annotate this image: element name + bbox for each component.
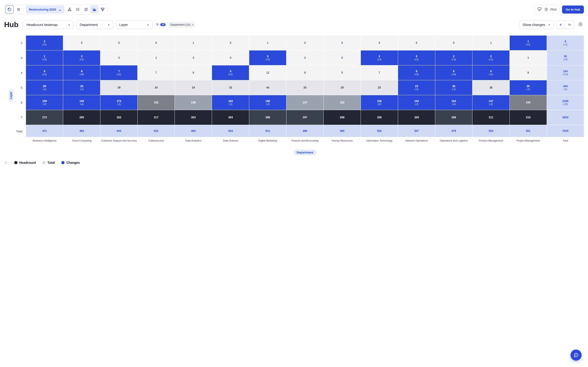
heatmap-cell[interactable]: 147 — [286, 95, 323, 110]
view-select[interactable]: Headcount heatmap — [23, 20, 73, 29]
heatmap-cell[interactable]: 8(+4) — [435, 65, 472, 80]
org-chart-icon[interactable] — [65, 5, 74, 14]
go-to-hub-button[interactable]: Go to hub — [562, 6, 584, 14]
heatmap-cell[interactable]: 23(-1) — [398, 80, 435, 95]
dimension-1-select[interactable]: Department — [76, 20, 113, 29]
heatmap-cell[interactable]: 2 — [286, 50, 323, 65]
heatmap-cell[interactable]: 33(-1) — [63, 80, 100, 95]
heatmap-cell[interactable]: 297 — [286, 110, 323, 125]
heatmap-cell[interactable]: 172(-1) — [100, 95, 137, 110]
chart-icon[interactable] — [90, 5, 99, 14]
settings-icon[interactable] — [577, 21, 584, 28]
heatmap-cell[interactable]: 8(+2) — [398, 65, 435, 80]
heatmap-cell[interactable]: 7 — [361, 65, 398, 80]
heatmap-cell[interactable]: 156(-2) — [361, 95, 398, 110]
heatmap-cell[interactable]: 0 — [63, 35, 100, 50]
heatmap-cell[interactable]: 0 — [324, 50, 361, 65]
heatmap-cell[interactable]: 3(+2) — [361, 50, 398, 65]
heatmap-cell[interactable]: 162(-1) — [212, 95, 249, 110]
heatmap-col-total[interactable]: 479 — [435, 125, 472, 137]
menu-icon[interactable] — [15, 5, 23, 14]
heatmap-col-total[interactable]: 543 — [100, 125, 137, 137]
heatmap-cell[interactable]: 329 — [398, 110, 435, 125]
heatmap-cell[interactable]: 34 — [138, 80, 174, 95]
heatmap-cell[interactable]: 0 — [100, 35, 137, 50]
heatmap-cell[interactable]: 7(+1) — [100, 65, 137, 80]
heatmap-cell[interactable]: 142(-2) — [398, 95, 435, 110]
heatmap-cell[interactable]: 160(-2) — [249, 95, 286, 110]
heatmap-cell[interactable]: 303 — [212, 110, 249, 125]
heatmap-row-total[interactable]: 104(+14) — [547, 65, 584, 80]
heatmap-cell[interactable]: 1(+1) — [26, 50, 63, 65]
toggle-percent[interactable]: % — [565, 21, 574, 29]
heatmap-cell[interactable]: 322 — [100, 110, 137, 125]
heatmap-grand-total[interactable]: 7025 — [547, 125, 584, 137]
heatmap-row-total[interactable]: 6(+2) — [547, 35, 584, 50]
heatmap-cell[interactable]: 289 — [249, 110, 286, 125]
heatmap-cell[interactable]: 273 — [26, 110, 63, 125]
heatmap-col-total[interactable]: 511 — [249, 125, 286, 137]
heatmap-cell[interactable]: 155 — [510, 95, 547, 110]
heatmap-cell[interactable]: 1 — [473, 35, 510, 50]
heatmap-col-total[interactable]: 503 — [212, 125, 249, 137]
heatmap-cell[interactable]: 0 — [361, 35, 398, 50]
heatmap-cell[interactable]: 1 — [175, 35, 212, 50]
list-icon[interactable] — [74, 5, 82, 14]
heatmap-cell[interactable]: 8(+4) — [63, 65, 100, 80]
heatmap-cell[interactable]: 0 — [212, 50, 249, 65]
heatmap-cell[interactable]: 147(-2) — [473, 95, 510, 110]
heatmap-cell[interactable]: 295 — [63, 110, 100, 125]
heatmap-cell[interactable]: 2(+1) — [26, 35, 63, 50]
presentation-icon[interactable] — [537, 7, 542, 12]
heatmap-cell[interactable]: 44 — [249, 80, 286, 95]
heatmap-cell[interactable]: 164(-4) — [435, 95, 472, 110]
heatmap-cell[interactable]: 5 — [324, 65, 361, 80]
heatmap-cell[interactable]: 317 — [138, 110, 174, 125]
heatmap-row-total[interactable]: 2189(-20) — [547, 95, 584, 110]
heatmap-cell[interactable]: 0 — [138, 35, 174, 50]
heatmap-cell[interactable]: 0 — [212, 35, 249, 50]
heatmap-cell[interactable]: 5(+1) — [212, 65, 249, 80]
heatmap-cell[interactable]: 28(-1) — [26, 80, 63, 95]
heatmap-col-total[interactable]: 507 — [398, 125, 435, 137]
heatmap-cell[interactable]: 36(-1) — [435, 80, 472, 95]
heatmap-cell[interactable]: 1 — [249, 35, 286, 50]
hierarchy-icon[interactable] — [99, 5, 107, 14]
heatmap-cell[interactable]: 29 — [324, 80, 361, 95]
scenario-selector[interactable]: Restructuring 2025 — [26, 6, 65, 14]
heatmap-cell[interactable]: 1 — [510, 50, 547, 65]
heatmap-cell[interactable]: 3 — [175, 50, 212, 65]
heatmap-cell[interactable]: 2(+1) — [473, 50, 510, 65]
heatmap-cell[interactable]: 2(+1) — [63, 50, 100, 65]
heatmap-cell[interactable]: 33 — [212, 80, 249, 95]
close-icon[interactable]: × — [192, 23, 194, 27]
heatmap-cell[interactable]: 36 — [473, 80, 510, 95]
heatmap-cell[interactable]: 9 — [510, 65, 547, 80]
heatmap-cell[interactable]: 0 — [324, 35, 361, 50]
heatmap-cell[interactable]: 24 — [175, 80, 212, 95]
heatmap-row-total[interactable]: 444(-5) — [547, 80, 584, 95]
heatmap-cell[interactable]: 1 — [138, 50, 174, 65]
heatmap-cell[interactable]: 152 — [324, 95, 361, 110]
filter-chip-department[interactable]: Department (14) × — [168, 22, 195, 28]
heatmap-col-total[interactable]: 541 — [138, 125, 174, 137]
heatmap-col-total[interactable]: 526 — [361, 125, 398, 137]
heatmap-cell[interactable]: 25(-1) — [510, 80, 547, 95]
heatmap-cell[interactable]: 8(+1) — [26, 65, 63, 80]
filter-button[interactable]: 14 — [155, 23, 166, 27]
heatmap-cell[interactable]: 269 — [435, 110, 472, 125]
heatmap-cell[interactable]: 8 — [286, 65, 323, 80]
heatmap-cell[interactable]: 159(-2) — [26, 95, 63, 110]
heatmap-cell[interactable]: 0 — [398, 35, 435, 50]
heatmap-cell[interactable]: 5(+2) — [249, 50, 286, 65]
add-card-icon[interactable] — [82, 5, 90, 14]
heatmap-cell[interactable]: 35 — [286, 80, 323, 95]
heatmap-col-total[interactable]: 485 — [324, 125, 361, 137]
toggle-absolute[interactable]: # — [556, 21, 565, 29]
heatmap-row-total[interactable]: 4252 — [547, 110, 584, 125]
heatmap-cell[interactable]: 6 — [175, 65, 212, 80]
heatmap-cell[interactable]: 7 — [138, 65, 174, 80]
heatmap-cell[interactable]: 3 — [100, 50, 137, 65]
heatmap-col-total[interactable]: 483 — [63, 125, 100, 137]
dimension-2-select[interactable]: Layer — [116, 20, 153, 29]
